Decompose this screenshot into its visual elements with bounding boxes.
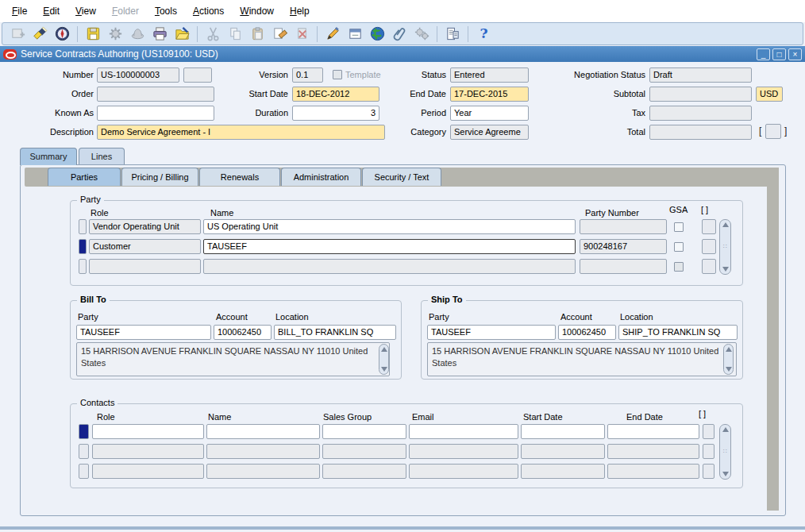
menu-actions[interactable]: Actions [186, 3, 231, 19]
minimize-icon[interactable]: _ [757, 48, 770, 60]
menu-window[interactable]: Window [233, 3, 281, 19]
navigator-compass-icon[interactable] [52, 25, 72, 44]
bill-to-address-scrollbar[interactable] [379, 344, 389, 375]
clear-record-icon[interactable] [269, 25, 290, 44]
print-icon[interactable] [149, 25, 170, 44]
window-help-book-icon[interactable] [442, 25, 463, 44]
window-title-bar[interactable]: Service Contracts Authoring (US109100: U… [0, 46, 805, 62]
new-record-icon[interactable] [7, 25, 28, 44]
translations-globe-icon[interactable] [367, 25, 387, 44]
party-gsa-checkbox[interactable] [674, 262, 684, 272]
scroll-down-icon[interactable] [381, 367, 387, 372]
bill-to-party-field[interactable]: TAUSEEF [76, 325, 211, 340]
ship-to-party-field[interactable]: TAUSEEF [427, 325, 556, 340]
maximize-icon[interactable]: □ [772, 48, 786, 60]
tab-summary[interactable]: Summary [20, 148, 77, 165]
bill-to-address[interactable]: 15 HARRISON AVENUE FRANKLIN SQUARE NASSA… [76, 342, 390, 376]
subtab-pricing-billing[interactable]: Pricing / Billing [121, 168, 198, 186]
copy-icon[interactable] [225, 25, 245, 44]
contact-record-indicator[interactable] [79, 424, 89, 439]
contact-role-cell[interactable] [92, 464, 204, 479]
find-flashlight-icon[interactable] [29, 25, 50, 44]
party-flexfield-box[interactable] [702, 259, 716, 274]
contact-name-cell[interactable] [206, 444, 320, 459]
party-name-cell[interactable]: US Operating Unit [203, 219, 576, 234]
contact-email-cell[interactable] [409, 424, 518, 439]
save-floppy-icon[interactable] [83, 25, 103, 44]
contact-flexfield-box[interactable] [703, 444, 714, 459]
party-role-cell[interactable] [89, 259, 201, 274]
party-record-indicator[interactable] [79, 219, 87, 234]
scroll-down-icon[interactable] [722, 267, 729, 272]
menu-file[interactable]: File [5, 3, 34, 19]
party-gsa-checkbox[interactable] [674, 222, 684, 232]
ship-to-account-field[interactable]: 100062450 [558, 325, 616, 340]
period-field[interactable]: Year [450, 106, 529, 121]
contact-sales-group-cell[interactable] [322, 424, 406, 439]
party-name-cell[interactable]: TAUSEEF [203, 239, 576, 254]
menu-help[interactable]: Help [283, 3, 317, 19]
subtab-administration[interactable]: Administration [281, 168, 361, 186]
contact-end-date-cell[interactable] [607, 444, 699, 459]
folder-tools-gears-icon[interactable] [411, 25, 432, 44]
template-checkbox[interactable] [333, 70, 342, 79]
party-role-cell[interactable]: Vendor Operating Unit [89, 219, 201, 234]
negotiation-status-field[interactable]: Draft [649, 67, 752, 83]
contact-record-indicator[interactable] [79, 464, 89, 479]
scroll-up-icon[interactable] [726, 347, 732, 352]
party-scrollbar[interactable]: ∷ [719, 219, 731, 275]
bill-to-location-field[interactable]: BILL_TO FRANKLIN SQ [274, 325, 396, 340]
edit-pencil-icon[interactable] [322, 25, 343, 44]
contacts-scrollbar[interactable]: ∷ [719, 424, 731, 480]
number-field[interactable]: US-100000003 [97, 67, 179, 83]
subtotal-field[interactable] [649, 87, 752, 102]
tab-lines[interactable]: Lines [79, 148, 125, 165]
contact-role-cell[interactable] [92, 424, 204, 439]
switch-responsibility-icon[interactable] [127, 25, 148, 44]
party-flexfield-box[interactable] [702, 219, 716, 234]
party-record-indicator[interactable] [79, 239, 87, 254]
contact-end-date-cell[interactable] [607, 424, 699, 439]
subtab-renewals[interactable]: Renewals [199, 168, 280, 186]
window-card-icon[interactable] [345, 25, 365, 44]
tax-field[interactable] [649, 106, 752, 121]
help-question-icon[interactable]: ? [473, 25, 494, 44]
bill-to-account-field[interactable]: 100062450 [214, 325, 272, 340]
scroll-down-icon[interactable] [722, 472, 729, 476]
party-gsa-checkbox[interactable] [674, 242, 684, 252]
version-field[interactable]: 0.1 [292, 67, 323, 83]
known-as-field[interactable] [97, 106, 214, 121]
paste-clipboard-icon[interactable] [247, 25, 268, 44]
menu-view[interactable]: View [68, 3, 103, 19]
contact-name-cell[interactable] [206, 424, 320, 439]
scroll-down-icon[interactable] [726, 367, 732, 372]
close-icon[interactable]: × [788, 48, 802, 60]
header-flexfield-box[interactable] [765, 124, 781, 139]
menu-tools[interactable]: Tools [148, 3, 184, 19]
description-field[interactable]: Demo Service Agreement - I [97, 125, 385, 140]
party-record-indicator[interactable] [79, 259, 87, 274]
subtab-parties[interactable]: Parties [48, 168, 121, 186]
contact-flexfield-box[interactable] [703, 464, 714, 479]
contact-flexfield-box[interactable] [703, 424, 714, 439]
total-field[interactable] [649, 125, 752, 140]
ship-to-address-scrollbar[interactable] [723, 344, 734, 375]
next-step-icon[interactable] [105, 25, 125, 44]
scroll-up-icon[interactable] [381, 347, 387, 352]
contact-record-indicator[interactable] [79, 444, 89, 459]
category-field[interactable]: Service Agreeme [450, 125, 529, 140]
party-role-cell[interactable]: Customer [89, 239, 201, 254]
scroll-up-icon[interactable] [722, 427, 729, 432]
contact-sales-group-cell[interactable] [322, 444, 406, 459]
party-name-cell[interactable] [203, 259, 576, 274]
end-date-field[interactable]: 17-DEC-2015 [450, 87, 529, 102]
delete-record-icon[interactable] [291, 25, 312, 44]
contact-name-cell[interactable] [206, 464, 320, 479]
close-form-folder-icon[interactable] [171, 25, 192, 44]
cut-scissors-icon[interactable] [202, 25, 223, 44]
subtab-security-text[interactable]: Security / Text [362, 168, 441, 186]
contact-start-date-cell[interactable] [521, 424, 605, 439]
contact-email-cell[interactable] [409, 444, 518, 459]
currency-field[interactable]: USD [756, 87, 783, 102]
contact-start-date-cell[interactable] [521, 464, 605, 479]
